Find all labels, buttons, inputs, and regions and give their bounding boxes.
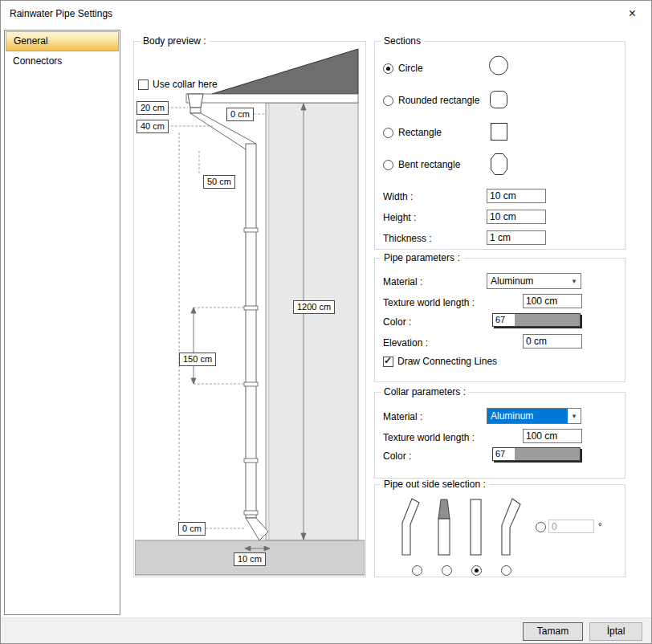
collar-color-label: Color : — [383, 450, 411, 462]
sidebar: General Connectors — [4, 30, 120, 615]
use-collar-checkbox[interactable]: Use collar here — [138, 79, 218, 90]
pipe-out-left-bend-icon — [397, 498, 422, 557]
pipe-material-label: Material : — [383, 276, 422, 287]
use-collar-checkbox-box[interactable] — [138, 79, 149, 90]
dim-label-0cm-bottom: 0 cm — [178, 522, 206, 536]
pipe-out-funnel-top-icon — [435, 498, 453, 557]
section-bent-rectangle-label: Bent rectangle — [398, 159, 460, 170]
dim-label-10cm: 10 cm — [234, 552, 266, 566]
use-collar-label: Use collar here — [153, 79, 218, 90]
cancel-button[interactable]: İptal — [589, 622, 642, 641]
check-icon: ✓ — [384, 355, 392, 366]
pipe-out-straight-icon — [469, 498, 483, 557]
dim-label-50cm: 50 cm — [203, 175, 235, 189]
radio-pipe-out-funnel[interactable] — [442, 565, 452, 576]
rainwater-pipe-settings-dialog: Rainwater Pipe Settings × General Connec… — [0, 0, 652, 644]
collar-color-picker[interactable]: 67 — [492, 447, 581, 461]
radio-section-rounded-rectangle[interactable] — [383, 96, 393, 106]
chevron-down-icon: ▾ — [568, 409, 581, 423]
dim-label-150cm: 150 cm — [179, 353, 216, 366]
draw-connecting-lines-label: Draw Connecting Lines — [397, 356, 497, 367]
thickness-input[interactable] — [487, 230, 546, 245]
collar-material-value: Aluminum — [487, 409, 568, 423]
close-button[interactable]: × — [614, 2, 650, 25]
circle-shape-icon — [488, 55, 509, 76]
pipe-out-angle-input[interactable] — [548, 520, 594, 533]
dim-label-1200cm: 1200 cm — [293, 300, 335, 314]
height-label: Height : — [383, 212, 416, 223]
width-label: Width : — [383, 191, 413, 202]
pipe-color-value: 67 — [493, 314, 515, 326]
ok-button[interactable]: Tamam — [523, 622, 583, 641]
dim-label-40cm: 40 cm — [137, 120, 169, 133]
pipe-color-swatch — [515, 314, 580, 326]
collar-material-label: Material : — [383, 411, 422, 422]
height-input[interactable] — [487, 210, 546, 224]
pipe-texture-length-input[interactable] — [523, 294, 582, 308]
rectangle-shape-icon — [490, 122, 508, 141]
collar-texture-length-label: Texture world length : — [383, 432, 475, 443]
radio-pipe-out-custom-angle[interactable] — [536, 522, 546, 532]
sidebar-item-general[interactable]: General — [6, 31, 119, 51]
radio-section-bent-rectangle[interactable] — [383, 160, 393, 170]
dim-label-20cm: 20 cm — [137, 101, 169, 115]
pipe-out-side-group-label: Pipe out side selection : — [381, 479, 489, 491]
section-rounded-rectangle-label: Rounded rectangle — [398, 95, 479, 106]
radio-pipe-out-right-bend[interactable] — [501, 565, 511, 576]
pipe-color-label: Color : — [383, 316, 411, 328]
pipe-elevation-input[interactable] — [523, 334, 582, 348]
pipe-material-value: Aluminum — [487, 274, 568, 288]
width-input[interactable] — [487, 189, 546, 203]
pipe-elevation-label: Elevation : — [383, 337, 428, 348]
draw-connecting-lines-checkbox-box[interactable]: ✓ — [383, 357, 393, 367]
thickness-label: Thickness : — [383, 233, 432, 244]
pipe-out-right-bend-icon — [495, 498, 522, 557]
pipe-texture-length-label: Texture world length : — [383, 297, 475, 308]
pipe-color-picker[interactable]: 67 — [492, 313, 581, 327]
title-bar: Rainwater Pipe Settings × — [1, 1, 651, 26]
pipe-material-select[interactable]: Aluminum ▾ — [487, 273, 581, 289]
draw-connecting-lines-checkbox[interactable]: ✓ Draw Connecting Lines — [383, 356, 497, 367]
pipe-parameters-group-label: Pipe parameters : — [381, 252, 463, 264]
radio-section-rectangle[interactable] — [383, 128, 393, 138]
window-title: Rainwater Pipe Settings — [10, 8, 112, 19]
collar-parameters-group-label: Collar parameters : — [381, 386, 469, 398]
collar-color-value: 67 — [493, 448, 515, 460]
collar-texture-length-input[interactable] — [523, 429, 582, 443]
radio-pipe-out-straight[interactable] — [471, 565, 482, 576]
sections-group-label: Sections — [381, 35, 424, 47]
section-rectangle-label: Rectangle — [398, 127, 442, 138]
collar-color-swatch — [515, 448, 580, 460]
rounded-rectangle-shape-icon — [489, 90, 508, 109]
degree-symbol: ° — [598, 521, 602, 532]
collar-material-select[interactable]: Aluminum ▾ — [487, 408, 581, 424]
section-circle-label: Circle — [398, 63, 423, 74]
close-icon: × — [629, 6, 636, 21]
bent-rectangle-shape-icon — [490, 153, 508, 176]
chevron-down-icon: ▾ — [568, 274, 581, 288]
radio-section-circle[interactable] — [383, 63, 393, 74]
sidebar-item-connectors[interactable]: Connectors — [6, 51, 119, 71]
dim-label-0cm-top: 0 cm — [226, 108, 254, 121]
radio-pipe-out-left-bend[interactable] — [412, 565, 422, 576]
